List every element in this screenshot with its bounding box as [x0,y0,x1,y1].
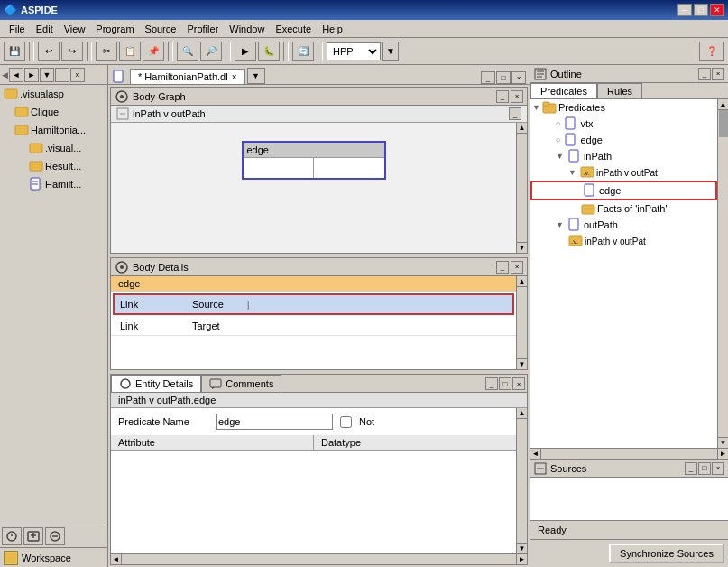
lp-collapse-btn[interactable]: ▼ [40,68,54,82]
find-button[interactable]: 🔎 [200,42,222,61]
bd-row-2[interactable]: Link Target [111,317,516,336]
editor-close-btn[interactable]: × [511,71,526,84]
outline-item-edge[interactable]: ○ edge [530,132,717,148]
bg-scroll-up[interactable]: ▲ [517,123,527,134]
bg-minimize-btn[interactable]: _ [496,90,509,103]
ed-hscroll-left[interactable]: ◄ [111,554,122,564]
menu-source[interactable]: Source [140,22,182,36]
run-button[interactable]: ▶ [235,42,256,61]
outline-close-btn[interactable]: × [712,68,724,80]
entity-details-vscroll[interactable]: ▲ ▼ [516,408,527,553]
bd-close-btn[interactable]: × [511,261,523,274]
back-button[interactable]: ↩ [38,42,60,61]
outline-item-vtx[interactable]: ○ vtx [530,116,717,132]
ed-scroll-up[interactable]: ▲ [517,408,527,419]
forward-button[interactable]: ↪ [61,42,83,61]
menu-view[interactable]: View [59,22,91,36]
lp-forward-btn[interactable]: ► [24,68,39,82]
tree-item-results[interactable]: Result... [0,157,107,175]
ed-restore-btn[interactable]: □ [499,377,511,390]
menu-edit[interactable]: Edit [31,22,59,36]
outline-item-inpath-body[interactable]: ▼ .v. inPath v outPat [530,164,717,181]
paste-button[interactable]: 📌 [143,42,164,61]
close-button[interactable]: ✕ [710,4,724,16]
outline-item-edge-selected[interactable]: edge [530,181,717,200]
lp-close-btn[interactable]: × [70,68,85,82]
tab-menu-btn[interactable]: ▼ [247,68,265,84]
sources-minimize-btn[interactable]: _ [685,462,697,475]
menu-file[interactable]: File [4,22,31,36]
debug-button[interactable]: 🐛 [258,42,280,61]
edge-table-box[interactable]: edge [242,141,386,180]
outline-predicates-tab[interactable]: Predicates [530,83,597,98]
tree-item-clique[interactable]: Clique [0,103,107,121]
lp-btn-2[interactable] [23,527,43,545]
combo-dropdown[interactable]: ▼ [382,42,399,61]
outline-scroll-down[interactable]: ▼ [718,437,728,448]
outline-rules-tab[interactable]: Rules [597,83,642,98]
body-details-vscroll[interactable]: ▲ ▼ [516,276,527,369]
editor-tab-main[interactable]: * HamiltonianPath.dl × [130,69,245,84]
predicate-name-input[interactable] [216,414,333,430]
refresh-button[interactable]: 🔄 [292,42,314,61]
menu-execute[interactable]: Execute [270,22,317,36]
minimize-button[interactable]: ─ [677,4,692,16]
bd-minimize-btn[interactable]: _ [496,261,509,274]
bd-scroll-down[interactable]: ▼ [517,358,527,369]
help-icon-btn[interactable]: ❓ [699,42,724,61]
bd-row-1[interactable]: Link Source | [113,293,514,315]
outline-scroll-thumb[interactable] [719,110,728,137]
maximize-button[interactable]: □ [694,4,708,16]
svg-rect-34 [569,150,578,162]
profile-select[interactable]: HPP [327,42,381,60]
menu-profiler[interactable]: Profiler [181,22,224,36]
lp-back-btn[interactable]: ◄ [9,68,23,82]
ed-scroll-down[interactable]: ▼ [517,543,527,553]
sync-sources-button[interactable]: Synchronize Sources [609,544,724,563]
outline-item-inpath[interactable]: ▼ inPath [530,148,717,164]
editor-minimize-btn[interactable]: _ [481,71,495,84]
lp-btn-1[interactable] [2,527,22,545]
body-graph-vscroll[interactable]: ▲ ▼ [516,123,527,253]
editor-restore-btn[interactable]: □ [496,71,511,84]
svg-rect-37 [585,184,594,196]
outline-item-facts-inpath[interactable]: Facts of 'inPath' [530,200,717,217]
lp-bottom-btn-row [2,527,106,545]
tree-item-visualasp[interactable]: .visualasp [0,85,107,103]
menu-window[interactable]: Window [224,22,270,36]
editor-tab-close[interactable]: × [232,72,237,82]
copy-button[interactable]: 📋 [119,42,141,61]
outline-hscroll-left[interactable]: ◄ [530,449,541,459]
outline-vscroll[interactable]: ▲ ▼ [717,99,728,448]
save-button[interactable]: 💾 [4,42,25,61]
outline-item-outpath[interactable]: ▼ outPath [530,217,717,233]
ed-minimize-btn[interactable]: _ [485,377,498,390]
outline-scroll-up[interactable]: ▲ [718,99,728,110]
entity-details-tab[interactable]: Entity Details [111,375,201,392]
ed-hscroll-right[interactable]: ► [516,554,527,564]
lp-minimize-btn[interactable]: _ [55,68,69,82]
ed-close-btn[interactable]: × [512,377,525,390]
menu-program[interactable]: Program [90,22,139,36]
not-checkbox[interactable] [340,416,352,428]
outline-item-predicates[interactable]: ▼ Predicates [530,99,717,116]
bg-close-btn[interactable]: × [511,90,523,103]
cut-button[interactable]: ✂ [96,42,117,61]
comments-tab[interactable]: Comments [201,375,281,392]
outline-minimize-btn[interactable]: _ [698,68,711,80]
entity-subtab[interactable]: inPath v outPath.edge [111,393,527,408]
bd-scroll-up[interactable]: ▲ [517,276,527,287]
tree-item-hamil2[interactable]: Hamilt... [0,175,107,193]
bg-sub-minimize-btn[interactable]: _ [509,107,521,120]
menu-help[interactable]: Help [317,22,348,36]
outline-item-outpath-body[interactable]: .v. inPath v outPat [530,233,717,249]
bg-scroll-down[interactable]: ▼ [517,242,527,253]
bd-table-header-label: edge [118,278,140,289]
sources-close-btn[interactable]: × [712,462,724,475]
lp-btn-3[interactable] [45,527,65,545]
outline-hscroll-right[interactable]: ► [717,449,728,459]
search-button[interactable]: 🔍 [177,42,198,61]
sources-maximize-btn[interactable]: □ [698,462,711,475]
tree-item-visual2[interactable]: .visual... [0,139,107,157]
tree-item-hamiltonian[interactable]: Hamiltonia... [0,121,107,139]
